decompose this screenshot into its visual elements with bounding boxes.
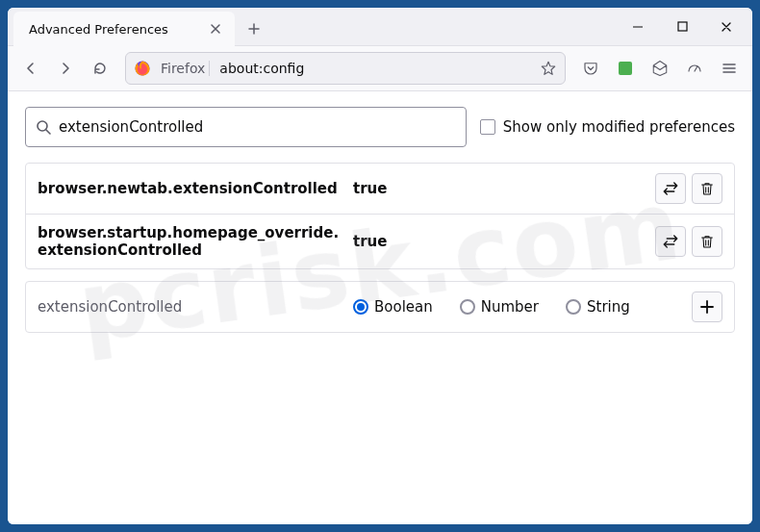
browser-window: Advanced Preferences Firefox about:confi… — [8, 8, 752, 524]
titlebar: Advanced Preferences — [8, 8, 752, 46]
close-window-button[interactable] — [704, 8, 748, 46]
pocket-icon[interactable] — [575, 53, 606, 84]
toggle-button[interactable] — [655, 173, 686, 204]
url-prefix: Firefox — [157, 61, 210, 76]
tab-title: Advanced Preferences — [29, 22, 198, 37]
type-radio-group: Boolean Number String — [353, 298, 684, 316]
new-pref-row: extensionControlled Boolean Number Strin… — [25, 281, 735, 333]
new-tab-button[interactable] — [241, 15, 267, 42]
pref-row: browser.newtab.extensionControlled true — [26, 164, 734, 215]
pref-name: browser.startup.homepage_override.extens… — [38, 224, 345, 259]
menu-icon[interactable] — [714, 53, 745, 84]
delete-button[interactable] — [692, 173, 722, 204]
new-pref-name: extensionControlled — [38, 298, 345, 316]
pref-list: browser.newtab.extensionControlled true … — [25, 163, 735, 269]
firefox-icon — [134, 60, 151, 77]
pref-value: true — [353, 233, 647, 250]
speed-icon[interactable] — [679, 53, 710, 84]
search-input[interactable] — [59, 118, 456, 136]
extension-icon[interactable] — [610, 53, 641, 84]
mail-icon[interactable] — [645, 53, 675, 84]
bookmark-icon[interactable] — [540, 60, 557, 77]
radio-icon — [460, 299, 475, 315]
add-button[interactable] — [692, 291, 722, 322]
pref-row: browser.startup.homepage_override.extens… — [26, 215, 734, 268]
radio-string[interactable]: String — [566, 298, 630, 316]
radio-number[interactable]: Number — [460, 298, 539, 316]
radio-icon — [566, 299, 581, 315]
search-box[interactable] — [25, 107, 467, 147]
delete-button[interactable] — [692, 226, 722, 257]
forward-button[interactable] — [50, 53, 81, 84]
url-text: about:config — [219, 61, 534, 76]
minimize-button[interactable] — [616, 8, 660, 46]
tab-active[interactable]: Advanced Preferences — [13, 12, 235, 46]
close-icon[interactable] — [208, 21, 223, 37]
toolbar: Firefox about:config — [8, 46, 752, 91]
reload-button[interactable] — [85, 53, 115, 84]
checkbox-icon — [480, 119, 495, 135]
content-area: Show only modified preferences browser.n… — [8, 91, 752, 524]
pref-name: browser.newtab.extensionControlled — [38, 180, 345, 197]
radio-icon — [353, 299, 368, 315]
toggle-button[interactable] — [655, 226, 686, 257]
show-modified-label: Show only modified preferences — [503, 118, 735, 136]
pref-value: true — [353, 180, 647, 197]
search-icon — [36, 119, 51, 135]
back-button[interactable] — [15, 53, 46, 84]
maximize-button[interactable] — [660, 8, 704, 46]
url-bar[interactable]: Firefox about:config — [125, 52, 566, 85]
radio-boolean[interactable]: Boolean — [353, 298, 433, 316]
show-modified-checkbox[interactable]: Show only modified preferences — [480, 118, 735, 136]
svg-rect-0 — [678, 22, 687, 31]
window-controls — [616, 8, 752, 45]
